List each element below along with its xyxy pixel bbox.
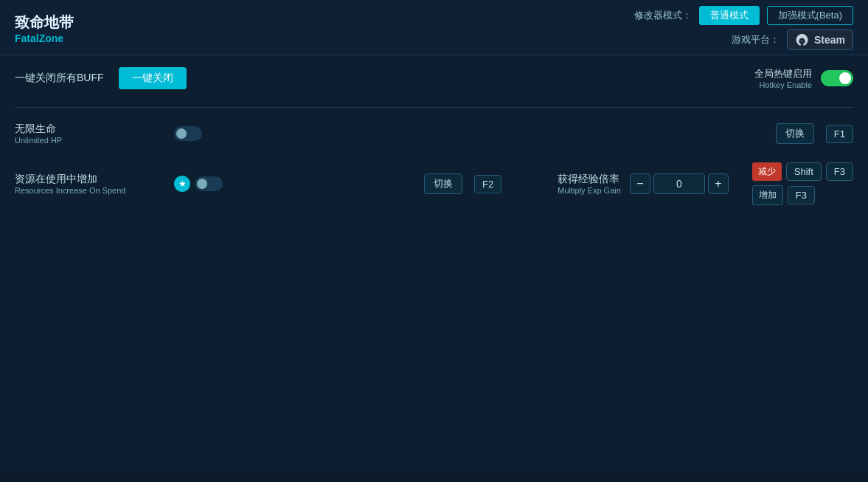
- steam-icon: [795, 32, 810, 47]
- close-all-label: 一键关闭所有BUFF: [15, 72, 104, 85]
- unlimited-hp-en: Unlimited HP: [15, 136, 162, 145]
- mode-label: 修改器模式：: [634, 9, 692, 22]
- top-bar-left: 一键关闭所有BUFF 一键关闭: [15, 67, 187, 89]
- main-content: 一键关闭所有BUFF 一键关闭 全局热键启用 Hotkey Enable 无限生…: [0, 55, 868, 471]
- exp-value-input[interactable]: [653, 173, 705, 194]
- unlimited-hp-key: F1: [826, 125, 853, 143]
- steam-text: Steam: [814, 34, 845, 46]
- exp-increase-f3-key: F3: [788, 186, 815, 204]
- exp-increase-btn[interactable]: +: [708, 173, 729, 194]
- title-block: 致命地带 FatalZone: [15, 13, 74, 44]
- exp-decrease-action-btn[interactable]: 减少: [752, 162, 782, 181]
- resources-cn: 资源在使用中增加: [15, 173, 162, 186]
- header: 致命地带 FatalZone 修改器模式： 普通模式 加强模式(Beta) 游戏…: [0, 0, 868, 55]
- option-label-resources: 资源在使用中增加 Resources Increase On Spend: [15, 173, 162, 195]
- hotkey-toggle[interactable]: [821, 70, 853, 86]
- option-label-unlimited-hp: 无限生命 Unlimited HP: [15, 123, 162, 145]
- title-cn: 致命地带: [15, 13, 74, 32]
- option-row-unlimited-hp: 无限生命 Unlimited HP 切换 F1: [15, 123, 853, 145]
- platform-label: 游戏平台：: [732, 33, 780, 47]
- exp-en: Multiply Exp Gain: [558, 186, 621, 195]
- top-bar: 一键关闭所有BUFF 一键关闭 全局热键启用 Hotkey Enable: [15, 67, 853, 89]
- unlimited-hp-switch-btn[interactable]: 切换: [776, 123, 814, 144]
- resources-toggle-group: ★: [174, 176, 223, 192]
- mode-beta-button[interactable]: 加强模式(Beta): [767, 6, 853, 25]
- resources-icon: ★: [174, 176, 190, 192]
- exp-increase-hotkey-row: 增加 F3: [752, 185, 853, 205]
- divider: [15, 107, 853, 108]
- mode-normal-button[interactable]: 普通模式: [699, 6, 760, 25]
- options-grid: 无限生命 Unlimited HP 切换 F1 资源在使用中增加 Resourc…: [15, 123, 853, 205]
- header-right: 修改器模式： 普通模式 加强模式(Beta) 游戏平台： Steam: [634, 6, 853, 50]
- hotkey-en-label: Hotkey Enable: [759, 80, 812, 89]
- resources-toggle[interactable]: [195, 176, 223, 191]
- top-bar-right: 全局热键启用 Hotkey Enable: [754, 67, 853, 89]
- exp-shift-key: Shift: [786, 162, 822, 181]
- exp-increase-action-btn[interactable]: 增加: [752, 185, 783, 205]
- steam-badge[interactable]: Steam: [787, 30, 853, 50]
- option-row-resources: 资源在使用中增加 Resources Increase On Spend ★ 切…: [15, 162, 853, 205]
- platform-row: 游戏平台： Steam: [732, 30, 853, 50]
- hotkey-cn-label: 全局热键启用: [754, 67, 812, 80]
- resources-key: F2: [474, 175, 501, 193]
- resources-en: Resources Increase On Spend: [15, 186, 162, 195]
- resources-switch-btn[interactable]: 切换: [424, 173, 462, 194]
- unlimited-hp-toggle[interactable]: [174, 126, 202, 141]
- exp-hotkey-controls: 减少 Shift F3 增加 F3: [752, 162, 853, 205]
- exp-decrease-f3-key: F3: [826, 162, 853, 181]
- exp-label: 获得经验倍率 Multiply Exp Gain: [558, 173, 621, 195]
- exp-decrease-btn[interactable]: −: [630, 173, 650, 194]
- close-all-button[interactable]: 一键关闭: [119, 67, 187, 89]
- mode-row: 修改器模式： 普通模式 加强模式(Beta): [634, 6, 853, 25]
- exp-cn: 获得经验倍率: [558, 173, 621, 186]
- exp-section: 获得经验倍率 Multiply Exp Gain − + 减少 Shift F3…: [558, 162, 853, 205]
- hotkey-label-block: 全局热键启用 Hotkey Enable: [754, 67, 812, 89]
- exp-decrease-hotkey-row: 减少 Shift F3: [752, 162, 853, 181]
- title-en: FatalZone: [15, 32, 74, 44]
- unlimited-hp-cn: 无限生命: [15, 123, 162, 136]
- exp-number-control: − +: [630, 173, 729, 194]
